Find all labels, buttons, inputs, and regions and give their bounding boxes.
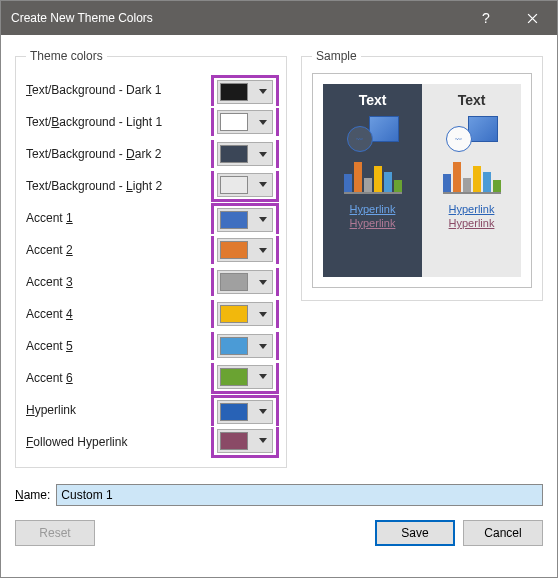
sample-group: Sample Text 〰 Hyperlink Hyperlink Text bbox=[301, 49, 543, 301]
name-label: Name: bbox=[15, 488, 50, 502]
sample-followed-hyperlink-light: Hyperlink bbox=[449, 217, 495, 229]
sample-text-dark: Text bbox=[359, 92, 387, 108]
sample-panel-dark: Text 〰 Hyperlink Hyperlink bbox=[323, 84, 422, 277]
sample-chart-dark bbox=[344, 156, 402, 194]
chart-bar bbox=[374, 166, 382, 192]
color-picker-10[interactable] bbox=[217, 400, 273, 424]
close-icon bbox=[527, 13, 538, 24]
color-picker-7[interactable] bbox=[217, 302, 273, 326]
color-swatch bbox=[220, 432, 248, 450]
color-row-9: Accent 6 bbox=[26, 363, 276, 393]
sample-hyperlink-dark: Hyperlink bbox=[350, 203, 396, 215]
color-label: Hyperlink bbox=[26, 403, 214, 417]
chevron-down-icon bbox=[259, 280, 267, 285]
color-row-8: Accent 5 bbox=[26, 331, 276, 361]
color-row-7: Accent 4 bbox=[26, 299, 276, 329]
color-row-6: Accent 3 bbox=[26, 267, 276, 297]
color-picker-9[interactable] bbox=[217, 365, 273, 389]
color-swatch bbox=[220, 83, 248, 101]
color-label: Text/Background - Light 2 bbox=[26, 179, 214, 193]
color-label: Text/Background - Dark 1 bbox=[26, 83, 214, 97]
chevron-down-icon bbox=[259, 438, 267, 443]
cancel-button[interactable]: Cancel bbox=[463, 520, 543, 546]
chart-bar bbox=[384, 172, 392, 192]
name-input[interactable] bbox=[56, 484, 543, 506]
color-picker-0[interactable] bbox=[217, 80, 273, 104]
sample-shapes-dark: 〰 bbox=[347, 116, 399, 152]
sample-followed-hyperlink-dark: Hyperlink bbox=[350, 217, 396, 229]
chart-bar bbox=[394, 180, 402, 192]
color-swatch bbox=[220, 176, 248, 194]
color-picker-2[interactable] bbox=[217, 142, 273, 166]
color-swatch bbox=[220, 241, 248, 259]
create-theme-colors-dialog: Create New Theme Colors ? Theme colors T… bbox=[0, 0, 558, 578]
chevron-down-icon bbox=[259, 182, 267, 187]
dialog-title: Create New Theme Colors bbox=[11, 11, 463, 25]
theme-colors-group: Theme colors Text/Background - Dark 1Tex… bbox=[15, 49, 287, 468]
theme-colors-legend: Theme colors bbox=[26, 49, 107, 63]
color-row-0: Text/Background - Dark 1 bbox=[26, 75, 276, 105]
close-button[interactable] bbox=[509, 1, 555, 35]
reset-button[interactable]: Reset bbox=[15, 520, 95, 546]
color-picker-5[interactable] bbox=[217, 238, 273, 262]
color-label: Text/Background - Dark 2 bbox=[26, 147, 214, 161]
chart-bar bbox=[364, 178, 372, 192]
color-picker-11[interactable] bbox=[217, 429, 273, 453]
color-picker-3[interactable] bbox=[217, 173, 273, 197]
name-row: Name: bbox=[15, 484, 543, 506]
color-swatch bbox=[220, 337, 248, 355]
chart-bar bbox=[493, 180, 501, 192]
chart-bar bbox=[453, 162, 461, 192]
sample-preview: Text 〰 Hyperlink Hyperlink Text 〰 bbox=[312, 73, 532, 288]
color-row-10: Hyperlink bbox=[26, 395, 276, 425]
color-row-2: Text/Background - Dark 2 bbox=[26, 139, 276, 169]
sample-text-light: Text bbox=[458, 92, 486, 108]
color-picker-4[interactable] bbox=[217, 208, 273, 232]
chart-bar bbox=[483, 172, 491, 192]
chevron-down-icon bbox=[259, 152, 267, 157]
color-row-11: Followed Hyperlink bbox=[26, 427, 276, 457]
sample-shapes-light: 〰 bbox=[446, 116, 498, 152]
color-picker-6[interactable] bbox=[217, 270, 273, 294]
color-swatch bbox=[220, 211, 248, 229]
color-row-5: Accent 2 bbox=[26, 235, 276, 265]
save-button[interactable]: Save bbox=[375, 520, 455, 546]
sample-legend: Sample bbox=[312, 49, 361, 63]
sample-chart-light bbox=[443, 156, 501, 194]
color-row-1: Text/Background - Light 1 bbox=[26, 107, 276, 137]
color-picker-8[interactable] bbox=[217, 334, 273, 358]
color-label: Accent 3 bbox=[26, 275, 214, 289]
color-swatch bbox=[220, 368, 248, 386]
color-row-3: Text/Background - Light 2 bbox=[26, 171, 276, 201]
dialog-body: Theme colors Text/Background - Dark 1Tex… bbox=[1, 35, 557, 577]
color-label: Accent 2 bbox=[26, 243, 214, 257]
chevron-down-icon bbox=[259, 248, 267, 253]
chart-bar bbox=[354, 162, 362, 192]
color-swatch bbox=[220, 113, 248, 131]
color-label: Accent 1 bbox=[26, 211, 214, 225]
chart-bar bbox=[463, 178, 471, 192]
sample-hyperlink-light: Hyperlink bbox=[449, 203, 495, 215]
chevron-down-icon bbox=[259, 374, 267, 379]
color-label: Followed Hyperlink bbox=[26, 435, 214, 449]
chevron-down-icon bbox=[259, 89, 267, 94]
color-swatch bbox=[220, 403, 248, 421]
color-swatch bbox=[220, 273, 248, 291]
color-label: Accent 4 bbox=[26, 307, 214, 321]
color-label: Accent 5 bbox=[26, 339, 214, 353]
help-button[interactable]: ? bbox=[463, 1, 509, 35]
chevron-down-icon bbox=[259, 409, 267, 414]
color-row-4: Accent 1 bbox=[26, 203, 276, 233]
chevron-down-icon bbox=[259, 217, 267, 222]
chevron-down-icon bbox=[259, 344, 267, 349]
chevron-down-icon bbox=[259, 120, 267, 125]
titlebar: Create New Theme Colors ? bbox=[1, 1, 557, 35]
color-label: Text/Background - Light 1 bbox=[26, 115, 214, 129]
button-row: Reset Save Cancel bbox=[15, 520, 543, 546]
color-label: Accent 6 bbox=[26, 371, 214, 385]
chevron-down-icon bbox=[259, 312, 267, 317]
chart-bar bbox=[344, 174, 352, 192]
color-picker-1[interactable] bbox=[217, 110, 273, 134]
color-swatch bbox=[220, 145, 248, 163]
color-swatch bbox=[220, 305, 248, 323]
